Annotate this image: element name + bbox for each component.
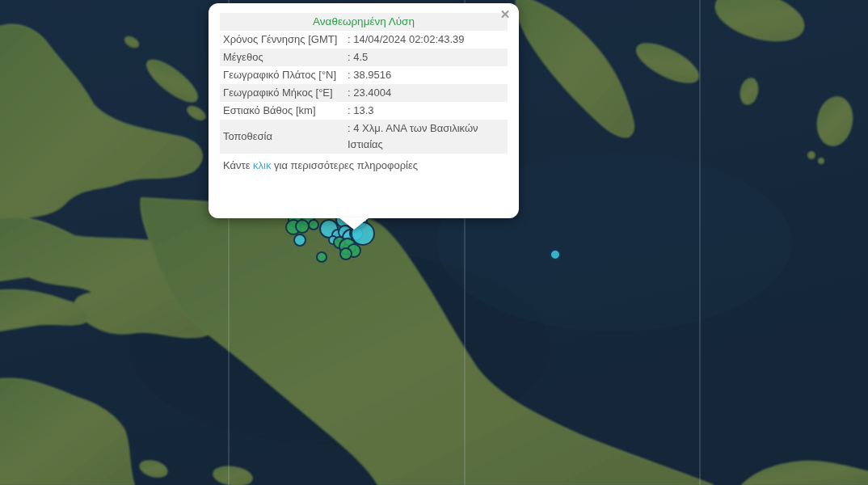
depth-label: Εστιακό Βάθος [km]: [220, 102, 346, 120]
row-longitude: Γεωγραφικό Μήκος [°E] : 23.4004: [220, 84, 508, 102]
magnitude-label: Μέγεθος: [220, 48, 346, 66]
earthquake-marker[interactable]: [317, 252, 327, 262]
earthquake-marker[interactable]: [294, 234, 305, 246]
earthquake-marker[interactable]: [309, 220, 318, 230]
latitude-label: Γεωγραφικό Πλάτος [°N]: [220, 66, 346, 84]
popup-tail: [339, 217, 369, 230]
table-title-row: Αναθεωρημένη Λύση: [220, 13, 508, 31]
row-depth: Εστιακό Βάθος [km] : 13.3: [220, 102, 508, 120]
more-info-link[interactable]: κλικ: [253, 159, 271, 171]
depth-value: : 13.3: [346, 102, 508, 120]
earthquake-info-table: Αναθεωρημένη Λύση Χρόνος Γέννησης [GMT] …: [220, 13, 508, 154]
row-origin-time: Χρόνος Γέννησης [GMT] : 14/04/2024 02:02…: [220, 31, 508, 48]
row-latitude: Γεωγραφικό Πλάτος [°N] : 38.9516: [220, 66, 508, 84]
row-location: Τοποθεσία : 4 Χλμ. ΑΝΑ των Βασιλικών Ιστ…: [220, 120, 508, 154]
location-value: : 4 Χλμ. ΑΝΑ των Βασιλικών Ιστιαίας: [346, 120, 508, 154]
popup-title: Αναθεωρημένη Λύση: [220, 13, 508, 31]
more-info-prefix: Κάντε: [223, 159, 253, 171]
more-info-line: Κάντε κλικ για περισσότερες πληροφορίες: [220, 158, 508, 174]
close-icon[interactable]: ✕: [498, 7, 512, 22]
row-magnitude: Μέγεθος : 4.5: [220, 48, 508, 66]
location-label: Τοποθεσία: [220, 120, 346, 154]
earthquake-marker[interactable]: [550, 250, 560, 259]
magnitude-value: : 4.5: [346, 48, 508, 66]
map-widget: ✕ Αναθεωρημένη Λύση Χρόνος Γέννησης [GMT…: [0, 0, 868, 485]
earthquake-info-popup: ✕ Αναθεωρημένη Λύση Χρόνος Γέννησης [GMT…: [209, 3, 519, 218]
earthquake-marker[interactable]: [340, 248, 352, 259]
more-info-suffix: για περισσότερες πληροφορίες: [271, 159, 418, 171]
earthquake-marker[interactable]: [296, 220, 309, 233]
longitude-value: : 23.4004: [346, 84, 508, 102]
latitude-value: : 38.9516: [346, 66, 508, 84]
origin-time-label: Χρόνος Γέννησης [GMT]: [220, 31, 346, 48]
longitude-label: Γεωγραφικό Μήκος [°E]: [220, 84, 346, 102]
origin-time-value: : 14/04/2024 02:02:43.39: [346, 31, 508, 48]
